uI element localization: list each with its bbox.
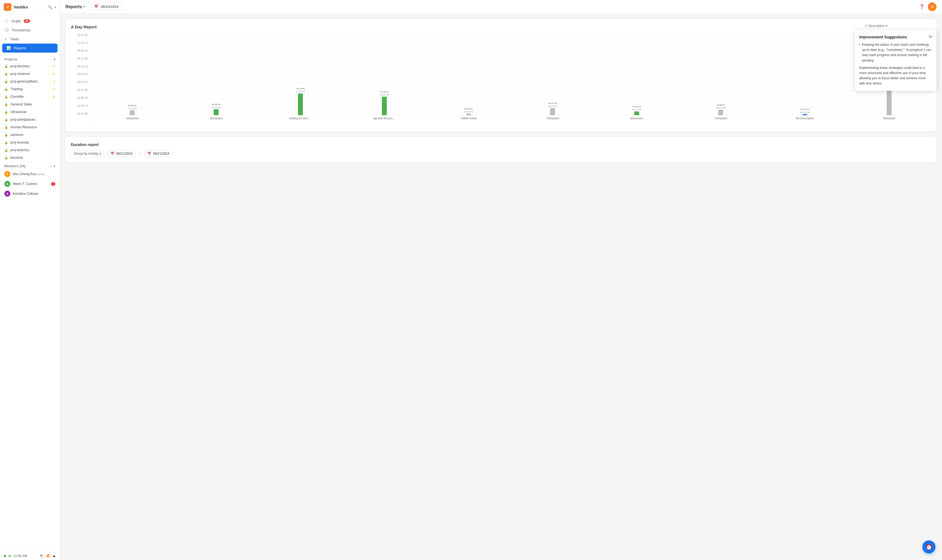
status-label: IN — [8, 554, 11, 558]
member-badge: 1 — [51, 182, 56, 186]
bar-rect-6 — [550, 108, 555, 115]
sidebar-project-naminori[interactable]: 🔒 naminori ☆ — [0, 131, 60, 138]
day-report-chart: 16:32:46 13:14:13 09:55:39 06:37:06 03:1… — [71, 34, 931, 126]
filter-icon[interactable]: ≡ — [51, 165, 52, 168]
improvement-close-button[interactable]: ⟳ — [929, 34, 932, 40]
lock-icon: 🔒 — [5, 110, 8, 114]
star-icon[interactable]: ☆ — [52, 156, 56, 160]
star-icon[interactable]: ★ — [52, 72, 56, 76]
project-label: naminori — [10, 133, 51, 137]
bar-group-6: 00:47:50 04:35 PM — [548, 102, 557, 115]
search-icon[interactable]: 🔍 — [48, 5, 52, 9]
bar-time-label: 04:34 PM — [464, 111, 473, 113]
project-label: proj-pointpasses — [10, 118, 51, 122]
footer-chevron-up-icon[interactable]: ▲ — [52, 554, 56, 558]
star-icon[interactable]: ☆ — [52, 126, 56, 129]
date-to-picker[interactable]: 📅 08/21/2024 — [144, 150, 172, 157]
member-item-shu-cheng-kao[interactable]: S Shu Cheng Kao (you) — [0, 169, 60, 179]
bar-time-label: 05:47 PM — [716, 107, 725, 109]
flame-icon[interactable]: 🔥 — [46, 554, 50, 558]
sidebar-item-drafts[interactable]: 📄 Drafts 21 — [0, 17, 60, 26]
member-item-annaliza-cabase[interactable]: A Annaliza Cabase — [0, 189, 60, 198]
sidebar-project-training[interactable]: 🔒 Training ★ — [0, 85, 60, 93]
y-label-1: 13:14:13 — [71, 42, 90, 45]
star-icon[interactable]: ☆ — [52, 133, 56, 137]
calendar-icon: 📅 — [94, 5, 99, 9]
star-icon[interactable]: ☆ — [52, 148, 56, 152]
footer-time: 11:54 AM — [13, 554, 27, 558]
member-avatar: S — [5, 171, 10, 177]
project-label: Training — [10, 87, 51, 91]
coffee-icon[interactable]: ☕ — [39, 554, 44, 558]
members-chevron-icon[interactable]: ▾ — [54, 165, 56, 168]
bar-group-5: 00:00:11 04:34 PM — [464, 108, 473, 115]
sidebar-project-human-resource[interactable]: 🔒 Human Resource ☆ — [0, 123, 60, 131]
bar-duration-label: 00:39:39 — [212, 103, 220, 106]
bar-time-label: 04:35 PM — [548, 105, 557, 108]
main-area: Reports ▾ 📅 08/15/2024 ❓ U A Day Report … — [60, 0, 942, 560]
project-label: proj-clockme — [10, 72, 51, 76]
topbar: Reports ▾ 📅 08/15/2024 ❓ U — [60, 0, 942, 14]
star-icon[interactable]: ☆ — [52, 110, 56, 114]
sidebar-item-reports[interactable]: 📊 Reports — [2, 43, 57, 52]
sidebar-item-timestamps[interactable]: 🕐 Timestamps — [0, 26, 60, 35]
sidebar-project-clockme[interactable]: 🔒 ClockMe ★ — [0, 93, 60, 100]
star-icon[interactable]: ☆ — [52, 141, 56, 145]
title-dropdown-icon[interactable]: ▾ — [83, 5, 85, 8]
help-icon[interactable]: ❓ — [919, 4, 925, 9]
duration-report-card: Duration report Group by Activity ▾ 📅 08… — [65, 137, 937, 163]
sidebar-project-general-sales[interactable]: 🔒 General Sales ☆ — [0, 100, 60, 108]
project-label: General Sales — [10, 102, 51, 106]
description-button[interactable]: ⬡ Description ▾ — [865, 24, 888, 28]
topbar-date-picker[interactable]: 📅 08/15/2024 — [91, 3, 122, 11]
member-name: Albert T. Cueme — [12, 182, 37, 186]
bar-rect-3 — [298, 94, 303, 115]
star-icon[interactable]: ★ — [52, 65, 56, 68]
layers-icon: ⬡ — [865, 24, 867, 28]
bar-duration-label: 00:35:00 — [128, 104, 136, 107]
x-label-10: Untracked — [878, 117, 900, 126]
bar-group-2: 00:39:39 11:35 AM — [211, 103, 221, 115]
sidebar-project-proj-pointpasses[interactable]: 🔒 proj-pointpasses ☆ — [0, 116, 60, 123]
y-label-3: 06:37:06 — [71, 57, 90, 60]
improvement-text-2: Implementing these strategies could lead… — [859, 65, 932, 86]
bar-time-label: 12:15 PM — [296, 91, 305, 93]
project-label: proj-tsukuba — [10, 140, 51, 145]
bar-group-7: 00:24:11 05:22 PM — [632, 105, 641, 115]
sidebar-project-proj-tedorizo[interactable]: 🔒 proj-tedorizo ☆ — [0, 146, 60, 154]
x-label-1: Untracked — [121, 117, 143, 126]
star-icon[interactable]: ☆ — [52, 103, 56, 106]
bar-group-9: 00:02:44 06:23 PM — [800, 108, 809, 115]
app-chevron-icon[interactable]: ▾ — [54, 6, 56, 9]
member-name: Annaliza Cabase — [12, 192, 39, 195]
sidebar-project-proj-generalaffairs[interactable]: 🔒 proj-generalaffairs ★ — [0, 78, 60, 85]
project-label: blockme — [10, 156, 51, 160]
sidebar-project-blockme[interactable]: 🔒 blockme ☆ — [0, 154, 60, 162]
calendar-to-icon: 📅 — [147, 152, 151, 155]
drafts-icon: 📄 — [5, 19, 9, 23]
sidebar-project-proj-blockies[interactable]: 🔒 proj-blockies ★ — [0, 62, 60, 70]
x-label-4: general discussion — [374, 117, 396, 126]
sidebar-item-tasks[interactable]: ✓ Tasks — [0, 35, 60, 43]
projects-chevron-icon[interactable]: ▾ — [54, 57, 56, 61]
group-by-button[interactable]: Group by Activity ▾ — [71, 150, 104, 157]
sidebar-project-ultrasocial[interactable]: 🔒 Ultrasocial ☆ — [0, 108, 60, 116]
sidebar-project-proj-tsukuba[interactable]: 🔒 proj-tsukuba ☆ — [0, 138, 60, 146]
bar-rect-7 — [634, 111, 639, 115]
fab-button[interactable]: ⏰ — [922, 540, 936, 554]
star-icon[interactable]: ★ — [52, 80, 56, 83]
user-avatar[interactable]: U — [928, 2, 937, 11]
sidebar-project-proj-clockme[interactable]: 🔒 proj-clockme ★ — [0, 70, 60, 78]
star-icon[interactable]: ☆ — [52, 118, 56, 122]
star-icon[interactable]: ★ — [52, 95, 56, 98]
lock-icon: 🔒 — [5, 148, 8, 152]
x-label-8: Untracked — [710, 117, 732, 126]
calendar-from-icon: 📅 — [110, 152, 114, 155]
app-logo: V — [4, 3, 11, 11]
star-icon[interactable]: ★ — [52, 88, 56, 91]
bar-rect-8 — [718, 110, 723, 115]
date-from-picker[interactable]: 📅 08/21/2024 — [107, 150, 136, 157]
bar-rect-4 — [382, 97, 387, 115]
lock-icon: 🔒 — [5, 103, 8, 106]
member-item-albert-cueme[interactable]: A Albert T. Cueme 1 — [0, 179, 60, 189]
